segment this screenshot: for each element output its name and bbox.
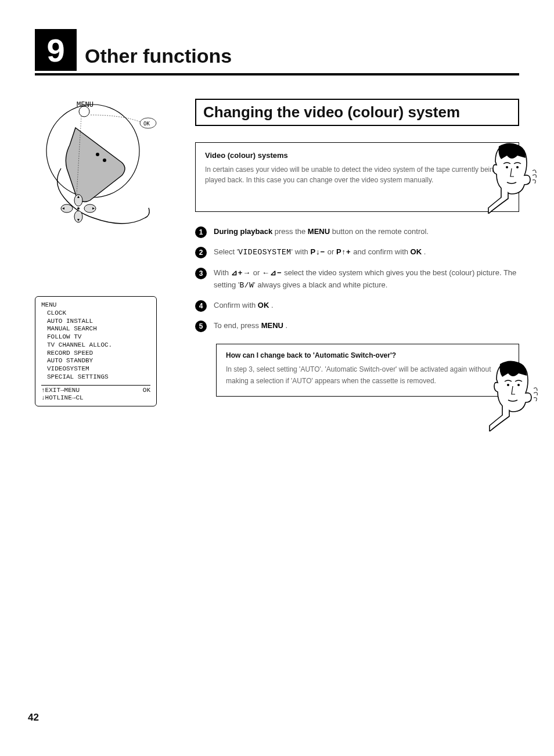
svg-point-12: [516, 166, 519, 168]
svg-point-13: [507, 384, 509, 386]
step-text: During playback press the MENU button on…: [214, 226, 519, 238]
info-box-text: In certain cases your video will be unab…: [205, 164, 509, 185]
mono-auto: AUTO: [300, 365, 319, 373]
step-number-bullet: 4: [195, 300, 207, 312]
svg-point-10: [77, 207, 80, 210]
svg-point-4: [96, 153, 99, 156]
chapter-number-box: 9: [35, 29, 77, 71]
svg-point-11: [506, 166, 508, 168]
osd-menu-item: VIDEOSYSTEM: [47, 365, 150, 373]
page-number: 42: [28, 712, 39, 723]
tip-box-title: How can I change back to 'Automatic Swit…: [226, 351, 509, 359]
person-icon: [485, 356, 538, 434]
osd-menu-screen: MENU CLOCK AUTO INSTALL MANUAL SEARCH FO…: [35, 296, 157, 406]
osd-footer-right: OK: [143, 387, 150, 395]
osd-menu-item: AUTO STANDBY: [47, 357, 150, 365]
osd-menu-item: MANUAL SEARCH: [47, 325, 150, 333]
mono-auto: AUTO: [292, 377, 311, 385]
step-row: 2 Select 'VIDEOSYSTEM' with P↓− or P↑+ a…: [195, 246, 519, 259]
remote-ok-label: OK: [143, 121, 150, 127]
info-box-video-systems: Video (colour) systems In certain cases …: [195, 142, 519, 212]
header-rule: [35, 73, 519, 75]
osd-menu-item: AUTO INSTALL: [47, 318, 150, 326]
step-number-bullet: 1: [195, 226, 207, 238]
step-row: 4 Confirm with OK .: [195, 300, 519, 312]
osd-menu-item: SPECIAL SETTINGS: [47, 373, 150, 381]
person-icon: [484, 138, 537, 216]
osd-menu-item: FOLLOW TV: [47, 333, 150, 341]
step-text: Select 'VIDEOSYSTEM' with P↓− or P↑+ and…: [214, 246, 519, 259]
osd-menu-item: RECORD SPEED: [47, 350, 150, 358]
step-row: 1 During playback press the MENU button …: [195, 226, 519, 238]
section-title: Changing the video (colour) system: [195, 99, 519, 126]
steps-list: 1 During playback press the MENU button …: [195, 226, 519, 332]
step-row: 5 To end, press MENU .: [195, 320, 519, 332]
svg-point-1: [79, 106, 89, 117]
step-text: Confirm with OK .: [214, 300, 519, 312]
step-number-bullet: 5: [195, 321, 207, 332]
info-box-title: Video (colour) systems: [205, 151, 509, 160]
step-number-bullet: 3: [195, 268, 207, 279]
tip-box-auto-switchover: How can I change back to 'Automatic Swit…: [216, 344, 519, 396]
svg-point-14: [517, 384, 520, 386]
step-row: 3 With ⊿+→ or ←⊿− select the video syste…: [195, 267, 519, 292]
chapter-title: Other functions: [85, 45, 232, 71]
osd-menu-item: TV CHANNEL ALLOC.: [47, 341, 150, 350]
step-text: With ⊿+→ or ←⊿− select the video system …: [214, 267, 519, 292]
svg-point-5: [103, 159, 106, 162]
step-number-bullet: 2: [195, 247, 207, 258]
step-text: To end, press MENU .: [214, 320, 519, 332]
tip-box-text: In step 3, select setting 'AUTO'. 'Autom…: [226, 364, 509, 386]
remote-illustration: MENU OK: [35, 99, 157, 238]
osd-footer-left-2: ↓HOTLINE→CL: [41, 394, 84, 402]
osd-footer-left: ↑EXIT→MENU: [41, 387, 80, 395]
osd-menu-title: MENU: [41, 301, 150, 309]
osd-menu-item: CLOCK: [47, 309, 150, 318]
